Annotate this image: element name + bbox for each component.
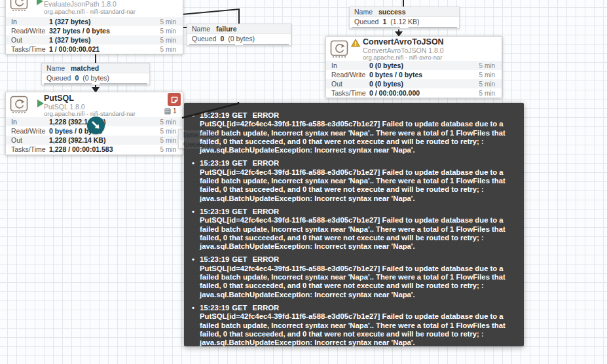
running-status-icon (37, 100, 44, 107)
bulletin-level: ERROR (252, 159, 279, 167)
bulletin-indicator[interactable] (168, 93, 181, 106)
connection-name-label: Name (354, 8, 373, 16)
queued-size: (0 bytes) (228, 35, 255, 43)
processor-evaluatejsonpath[interactable]: EvaluateJsonPath EvaluateJsonPath 1.8.0 … (5, 0, 183, 54)
stat-row-taskstime: Tasks/Time 0 / 00:00:00.000 5 min (326, 88, 502, 98)
queued-label: Queued (46, 74, 71, 82)
queue-usage-bars (187, 43, 291, 45)
processor-icon (10, 96, 28, 114)
stat-row-taskstime: Tasks/Time 1 / 00:00:00.021 5 min (6, 45, 183, 54)
queued-size: (1.12 KB) (390, 18, 419, 26)
bulletin-message: PutSQL[id=42fc4ec4-39fd-11f6-a588-e3d05c… (200, 168, 517, 203)
bulletin-message: PutSQL[id=42fc4ec4-39fd-11f6-a588-e3d05c… (200, 120, 517, 155)
sticky-note-icon (171, 96, 178, 103)
processor-convertavrotojson[interactable]: ConvertAvroToJSON ConvertAvroToJSON 1.8.… (325, 36, 502, 98)
stat-row-in: In 1 (327 bytes) 5 min (6, 17, 183, 26)
processor-title: ConvertAvroToJSON (363, 37, 444, 46)
processor-icon (330, 40, 348, 58)
warning-icon[interactable] (351, 39, 360, 47)
bulletin-time: 15:23:19 (200, 255, 229, 263)
bulletin-message: PutSQL[id=42fc4ec4-39fd-11f6-a588-e3d05c… (200, 312, 517, 347)
stat-row-in: In 0 (0 bytes) 5 min (326, 61, 502, 70)
processor-version: EvaluateJsonPath 1.8.0 (44, 0, 117, 8)
bulletin-zone: GET (232, 159, 247, 167)
processor-bundle: org.apache.nifi - nifi-standard-nar (44, 8, 136, 15)
mouse-cursor-icon (87, 117, 105, 134)
stat-row-out: Out 0 (0 bytes) 5 min (326, 79, 502, 88)
bulletin-zone: GET (232, 255, 247, 263)
connection-label-failure[interactable]: Name failure Queued 0 (0 bytes) (187, 24, 291, 46)
bulletin-level: ERROR (252, 304, 279, 312)
connection-line-failure-out[interactable] (182, 9, 239, 24)
bulletin-level: ERROR (252, 255, 279, 263)
processor-bundle: org.apache.nifi - nifi-avro-nar (363, 54, 442, 61)
bulletin-time: 15:23:19 (200, 159, 229, 167)
bulletin-entry: 15:23:19GETERROR PutSQL[id=42fc4ec4-39fd… (192, 208, 517, 251)
bulletin-time: 15:23:19 (200, 111, 229, 119)
bulletin-zone: GET (232, 208, 247, 215)
stat-row-readwrite: Read/Write 327 bytes / 0 bytes 5 min (6, 26, 183, 35)
queued-label: Queued (192, 35, 216, 43)
queued-count: 0 (75, 74, 79, 82)
bulletin-message: PutSQL[id=42fc4ec4-39fd-11f6-a588-e3d05c… (200, 216, 517, 251)
bulletin-time: 15:23:19 (200, 208, 229, 215)
processor-title: PutSQL (44, 94, 74, 103)
grid-icon (164, 108, 171, 115)
nifi-canvas[interactable]: { "processors": [ { "title": "EvaluateJs… (0, 0, 607, 364)
connection-name-label: Name (46, 64, 65, 72)
bulletin-error-panel: 15:23:19GETERROR PutSQL[id=42fc4ec4-39fd… (184, 103, 524, 346)
bulletin-entry: 15:23:19GETERROR PutSQL[id=42fc4ec4-39fd… (192, 159, 517, 202)
bulletin-zone: GET (232, 111, 247, 119)
bulletin-entry: 15:23:19GETERROR PutSQL[id=42fc4ec4-39fd… (192, 255, 517, 299)
connection-name-label: Name (192, 25, 210, 33)
bulletin-message: PutSQL[id=42fc4ec4-39fd-11f6-a588-e3d05c… (200, 264, 517, 299)
stat-row-readwrite: Read/Write 0 bytes / 0 bytes 5 min (326, 70, 502, 79)
stat-row-out: Out 1 (327 bytes) 5 min (6, 35, 183, 45)
connection-name: success (378, 8, 405, 16)
bulletin-level: ERROR (252, 208, 279, 215)
queued-label: Queued (354, 18, 378, 26)
stat-row-out: Out 1,228 (392.14 KB) 5 min (6, 136, 183, 145)
processor-stats: In 0 (0 bytes) 5 min Read/Write 0 bytes … (326, 61, 502, 98)
connection-name: matched (71, 64, 99, 72)
bulletin-zone: GET (232, 304, 247, 312)
bulletin-level: ERROR (252, 111, 279, 119)
queued-count: 1 (382, 18, 386, 26)
connection-name: failure (216, 25, 237, 33)
bulletin-time: 15:23:19 (200, 304, 229, 312)
running-status-icon (37, 0, 43, 5)
bulletin-entry: 15:23:19GETERROR PutSQL[id=42fc4ec4-39fd… (192, 304, 517, 347)
processor-stats: In 1 (327 bytes) 5 min Read/Write 327 by… (6, 17, 183, 54)
stat-row-taskstime: Tasks/Time 1,228 / 00:00:01.583 5 min (6, 145, 183, 154)
queue-usage-bars (42, 82, 149, 84)
queued-count: 0 (220, 35, 224, 43)
connection-label-matched[interactable]: Name matched Queued 0 (0 bytes) (41, 63, 150, 85)
active-thread-count: 1 (164, 107, 177, 115)
processor-icon (10, 0, 28, 12)
bulletin-list: 15:23:19GETERROR PutSQL[id=42fc4ec4-39fd… (192, 111, 517, 347)
queued-size: (0 bytes) (83, 74, 109, 82)
bulletin-entry: 15:23:19GETERROR PutSQL[id=42fc4ec4-39fd… (192, 111, 517, 155)
queue-usage-bars (350, 26, 459, 28)
connection-label-success[interactable]: Name success Queued 1 (1.12 KB) (349, 7, 460, 29)
ghost-connection-label: Name failure Queued 1 (184, 130, 221, 149)
